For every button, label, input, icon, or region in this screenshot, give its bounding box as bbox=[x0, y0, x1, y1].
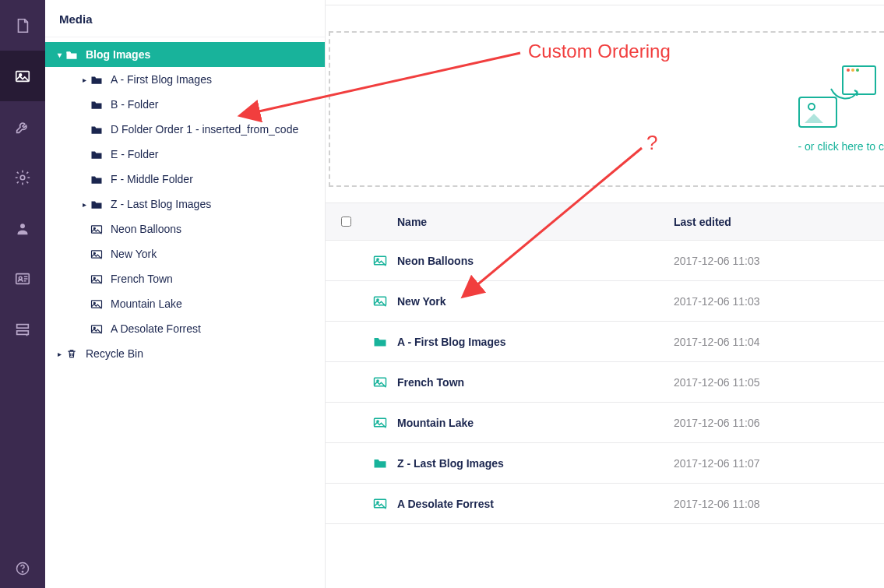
row-name: A Desolate Forrest bbox=[394, 498, 674, 510]
tree-item[interactable]: Neon Balloons bbox=[45, 217, 325, 241]
header-last-edited[interactable]: Last edited bbox=[674, 216, 884, 228]
folder-icon bbox=[89, 199, 104, 209]
caret-down-icon: ▾ bbox=[55, 51, 64, 59]
table-row[interactable]: Z - Last Blog Images2017-12-06 11:07 bbox=[326, 443, 884, 484]
tree-item[interactable]: ▸Z - Last Blog Images bbox=[45, 192, 325, 217]
svg-point-5 bbox=[19, 276, 22, 280]
tree-root-label: Blog Images bbox=[86, 48, 150, 61]
caret-right-icon: ▸ bbox=[79, 76, 89, 84]
folder-icon bbox=[89, 100, 104, 110]
nav-members-icon[interactable] bbox=[0, 253, 45, 304]
tree-item-label: Z - Last Blog Images bbox=[111, 198, 211, 210]
trash-icon bbox=[64, 347, 79, 360]
row-last-edited: 2017-12-06 11:03 bbox=[674, 255, 884, 267]
folder-icon bbox=[89, 150, 104, 160]
image-icon bbox=[366, 498, 394, 509]
tree-item-label: D Folder Order 1 - inserted_from_code bbox=[111, 123, 298, 136]
table-row[interactable]: Mountain Lake2017-12-06 11:06 bbox=[326, 403, 884, 443]
tree-item-label: A Desolate Forrest bbox=[111, 322, 201, 335]
table-row[interactable]: A Desolate Forrest2017-12-06 11:08 bbox=[326, 484, 884, 524]
tree-item[interactable]: Mountain Lake bbox=[45, 291, 325, 316]
tree-item[interactable]: B - Folder bbox=[45, 92, 325, 117]
nav-forms-icon[interactable] bbox=[0, 304, 45, 354]
tree-item-label: B - Folder bbox=[111, 98, 158, 111]
folder-icon bbox=[89, 125, 104, 135]
image-icon bbox=[89, 274, 104, 284]
row-name: French Town bbox=[394, 376, 674, 389]
main-content: - or click here to c Name Last edited Ne… bbox=[326, 0, 884, 588]
upload-illustration-icon bbox=[798, 65, 876, 128]
row-last-edited: 2017-12-06 11:07 bbox=[674, 457, 884, 470]
tree-item-label: French Town bbox=[111, 273, 173, 285]
nav-media-icon[interactable] bbox=[0, 51, 45, 101]
table-row[interactable]: New York2017-12-06 11:03 bbox=[326, 281, 884, 322]
upload-dropzone[interactable]: - or click here to c bbox=[329, 31, 884, 187]
tree-item[interactable]: ▸A - First Blog Images bbox=[45, 67, 325, 92]
nav-content-icon[interactable] bbox=[0, 0, 45, 51]
folder-icon bbox=[366, 457, 394, 469]
tree-item-label: A - First Blog Images bbox=[111, 73, 212, 86]
image-icon bbox=[366, 295, 394, 307]
tree-item[interactable]: D Folder Order 1 - inserted_from_code bbox=[45, 117, 325, 142]
image-icon bbox=[89, 249, 104, 259]
table-row[interactable]: Neon Balloons2017-12-06 11:03 bbox=[326, 241, 884, 281]
media-tree: ▾ Blog Images ▸A - First Blog ImagesB - … bbox=[45, 37, 325, 366]
row-name: Mountain Lake bbox=[394, 417, 674, 429]
table-row[interactable]: French Town2017-12-06 11:05 bbox=[326, 362, 884, 403]
folder-icon bbox=[366, 336, 394, 347]
media-list: Name Last edited Neon Balloons2017-12-06… bbox=[326, 202, 884, 524]
folder-icon bbox=[89, 174, 104, 185]
tree-item[interactable]: E - Folder bbox=[45, 142, 325, 167]
nav-settings-wrench-icon[interactable] bbox=[0, 101, 45, 152]
row-name: Z - Last Blog Images bbox=[394, 457, 674, 470]
row-last-edited: 2017-12-06 11:08 bbox=[674, 498, 884, 510]
row-last-edited: 2017-12-06 11:06 bbox=[674, 417, 884, 429]
nav-rail bbox=[0, 0, 45, 588]
image-icon bbox=[89, 299, 104, 309]
row-last-edited: 2017-12-06 11:04 bbox=[674, 336, 884, 348]
svg-rect-6 bbox=[17, 324, 29, 328]
row-name: Neon Balloons bbox=[394, 255, 674, 267]
tree-panel: Media ▾ Blog Images ▸A - First Blog Imag… bbox=[45, 0, 326, 588]
nav-gear-icon[interactable] bbox=[0, 152, 45, 202]
tree-item[interactable]: French Town bbox=[45, 266, 325, 291]
svg-point-9 bbox=[22, 572, 23, 572]
tree-root-blog-images[interactable]: ▾ Blog Images bbox=[45, 42, 325, 67]
recycle-bin-label: Recycle Bin bbox=[86, 347, 143, 360]
row-last-edited: 2017-12-06 11:03 bbox=[674, 295, 884, 308]
nav-help-icon[interactable] bbox=[0, 549, 45, 588]
row-name: A - First Blog Images bbox=[394, 336, 674, 348]
image-icon bbox=[366, 255, 394, 266]
tree-item-label: Neon Balloons bbox=[111, 223, 181, 235]
caret-right-icon: ▸ bbox=[55, 350, 64, 358]
svg-point-2 bbox=[20, 175, 25, 180]
image-icon bbox=[89, 224, 104, 234]
list-header-row: Name Last edited bbox=[326, 203, 884, 241]
tree-item-label: New York bbox=[111, 248, 157, 260]
row-last-edited: 2017-12-06 11:05 bbox=[674, 376, 884, 389]
select-all-checkbox[interactable] bbox=[326, 217, 366, 227]
folder-icon bbox=[89, 75, 104, 85]
image-icon bbox=[366, 376, 394, 388]
tree-item-label: Mountain Lake bbox=[111, 298, 182, 310]
tree-item-label: F - Middle Folder bbox=[111, 173, 193, 185]
tree-item[interactable]: F - Middle Folder bbox=[45, 167, 325, 192]
tree-item[interactable]: New York bbox=[45, 241, 325, 266]
tree-item-label: E - Folder bbox=[111, 148, 158, 160]
row-name: New York bbox=[394, 295, 674, 308]
tree-item[interactable]: A Desolate Forrest bbox=[45, 316, 325, 341]
section-title: Media bbox=[45, 0, 325, 37]
header-name[interactable]: Name bbox=[366, 216, 674, 228]
tree-recycle-bin[interactable]: ▸ Recycle Bin bbox=[45, 341, 325, 366]
caret-right-icon: ▸ bbox=[79, 200, 89, 209]
svg-point-3 bbox=[20, 224, 25, 228]
nav-users-icon[interactable] bbox=[0, 202, 45, 253]
folder-icon bbox=[64, 50, 79, 60]
image-icon bbox=[366, 417, 394, 428]
table-row[interactable]: A - First Blog Images2017-12-06 11:04 bbox=[326, 322, 884, 362]
dropzone-text: - or click here to c bbox=[798, 140, 884, 153]
image-icon bbox=[89, 324, 104, 334]
svg-rect-7 bbox=[17, 330, 29, 334]
app-root: Media ▾ Blog Images ▸A - First Blog Imag… bbox=[0, 0, 884, 588]
